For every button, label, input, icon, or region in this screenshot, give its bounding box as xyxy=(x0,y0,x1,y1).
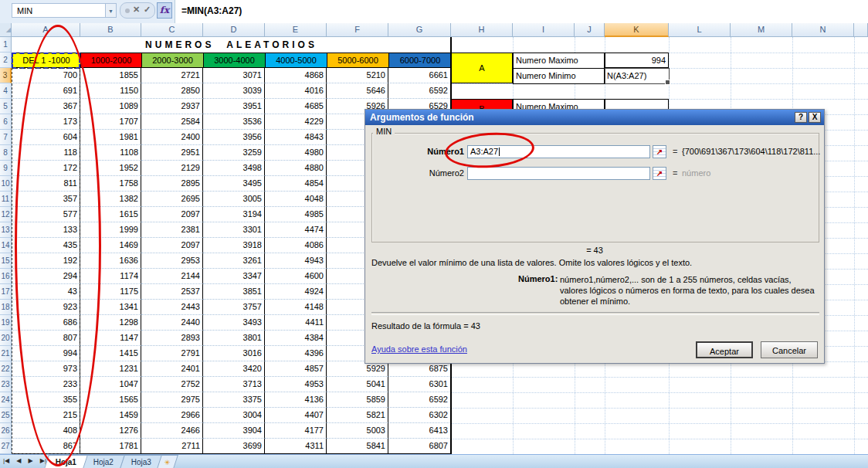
row-header-15[interactable]: 15 xyxy=(0,253,12,269)
col-header-N[interactable]: N xyxy=(792,23,854,37)
cell-C10[interactable]: 2895 xyxy=(141,176,203,192)
cell-E8[interactable]: 4980 xyxy=(265,145,327,161)
cell-E22[interactable]: 4857 xyxy=(265,361,327,377)
cell-B3[interactable]: 1855 xyxy=(80,68,141,83)
row-header-2[interactable]: 2 xyxy=(0,53,12,68)
cell-C18[interactable]: 2443 xyxy=(141,300,203,315)
cell-C21[interactable]: 2791 xyxy=(141,346,203,361)
cancel-button[interactable]: Cancelar xyxy=(761,341,818,358)
cell-E17[interactable]: 4924 xyxy=(265,284,327,300)
cell-h2-group-a[interactable]: A xyxy=(451,53,513,83)
range-header-G2[interactable]: 6000-7000 xyxy=(388,53,452,68)
cell-E20[interactable]: 4384 xyxy=(265,331,327,346)
name-box-dropdown-icon[interactable]: ▼ xyxy=(106,3,117,18)
row-header-21[interactable]: 21 xyxy=(0,346,12,361)
cell-C3[interactable]: 2721 xyxy=(141,68,203,83)
accept-button[interactable]: Aceptar xyxy=(696,341,753,358)
cell-E9[interactable]: 4880 xyxy=(265,161,327,176)
row-header-25[interactable]: 25 xyxy=(0,408,12,423)
cell-E13[interactable]: 4474 xyxy=(265,222,327,238)
cell-C22[interactable]: 2401 xyxy=(141,361,203,377)
cell-C16[interactable]: 2144 xyxy=(141,269,203,284)
cell-D27[interactable]: 3699 xyxy=(203,439,265,454)
cell-G25[interactable]: 6302 xyxy=(388,408,451,423)
cell-D13[interactable]: 3301 xyxy=(203,222,265,238)
cell-C20[interactable]: 2893 xyxy=(141,331,203,346)
cell-C17[interactable]: 2537 xyxy=(141,284,203,300)
cell-F23[interactable]: 5041 xyxy=(327,377,388,392)
cell-E7[interactable]: 4843 xyxy=(265,130,327,145)
cell-D3[interactable]: 3071 xyxy=(203,68,265,83)
cell-E27[interactable]: 4311 xyxy=(265,439,327,454)
cell-C8[interactable]: 2951 xyxy=(141,145,203,161)
col-header-F[interactable]: F xyxy=(327,23,388,37)
cell-B26[interactable]: 1276 xyxy=(80,423,141,439)
range-header-D2[interactable]: 3000-4000 xyxy=(203,53,266,68)
dialog-titlebar[interactable]: Argumentos de función xyxy=(365,110,824,125)
row-header-27[interactable]: 27 xyxy=(0,439,12,454)
row-header-13[interactable]: 13 xyxy=(0,222,12,238)
cell-G26[interactable]: 6413 xyxy=(388,423,451,439)
row-header-9[interactable]: 9 xyxy=(0,161,12,176)
enter-icon[interactable]: ✓ xyxy=(144,5,151,15)
tab-hoja3[interactable]: Hoja3 xyxy=(120,455,163,468)
row-header-4[interactable]: 4 xyxy=(0,83,12,99)
cell-B27[interactable]: 1781 xyxy=(80,439,141,454)
cell-C19[interactable]: 2440 xyxy=(141,315,203,331)
cell-E19[interactable]: 4411 xyxy=(265,315,327,331)
cell-D17[interactable]: 3851 xyxy=(203,284,265,300)
cell-G24[interactable]: 6592 xyxy=(388,392,451,408)
cell-G3[interactable]: 6661 xyxy=(388,68,451,83)
cell-C7[interactable]: 2400 xyxy=(141,130,203,145)
col-header-partial[interactable] xyxy=(854,23,868,37)
cell-E23[interactable]: 4953 xyxy=(265,377,327,392)
col-header-D[interactable]: D xyxy=(203,23,265,37)
col-header-B[interactable]: B xyxy=(80,23,141,37)
cell-D7[interactable]: 3956 xyxy=(203,130,265,145)
cell-D12[interactable]: 3194 xyxy=(203,207,265,222)
cell-F3[interactable]: 5210 xyxy=(327,68,388,83)
numero2-input[interactable] xyxy=(467,167,650,180)
tab-hoja2[interactable]: Hoja2 xyxy=(82,455,125,468)
cell-F26[interactable]: 5003 xyxy=(327,423,388,439)
dialog-help-icon[interactable]: ? xyxy=(795,112,807,123)
cell-E24[interactable]: 4136 xyxy=(265,392,327,408)
col-header-C[interactable]: C xyxy=(141,23,203,37)
cell-C25[interactable]: 2966 xyxy=(141,408,203,423)
cell-G4[interactable]: 6592 xyxy=(388,83,451,99)
cell-G22[interactable]: 6875 xyxy=(388,361,451,377)
cell-B25[interactable]: 1459 xyxy=(80,408,141,423)
cell-D8[interactable]: 3259 xyxy=(203,145,265,161)
cell-D19[interactable]: 3493 xyxy=(203,315,265,331)
range-picker-icon[interactable]: ↗ xyxy=(653,167,666,180)
cell-D26[interactable]: 3904 xyxy=(203,423,265,439)
row-header-12[interactable]: 12 xyxy=(0,207,12,222)
cell-i2-numero-maximo[interactable]: Numero Maximo xyxy=(513,53,605,69)
name-box[interactable]: MIN xyxy=(12,3,106,18)
cell-C14[interactable]: 2097 xyxy=(141,238,203,253)
insert-function-icon[interactable]: fx xyxy=(157,2,172,19)
cell-G27[interactable]: 6807 xyxy=(388,439,451,454)
cell-D20[interactable]: 3801 xyxy=(203,331,265,346)
range-header-C2[interactable]: 2000-3000 xyxy=(141,53,204,68)
range-header-E2[interactable]: 4000-5000 xyxy=(265,53,327,68)
cell-i3-numero-minimo[interactable]: Numero Minimo xyxy=(513,68,605,84)
cell-D16[interactable]: 3347 xyxy=(203,269,265,284)
formula-input[interactable]: =MIN(A3:A27) xyxy=(175,0,868,23)
cell-C26[interactable]: 2466 xyxy=(141,423,203,439)
cell-D25[interactable]: 3004 xyxy=(203,408,265,423)
cell-D21[interactable]: 3016 xyxy=(203,346,265,361)
cell-D18[interactable]: 3757 xyxy=(203,300,265,315)
cell-C15[interactable]: 2953 xyxy=(141,253,203,269)
help-link[interactable]: Ayuda sobre esta función xyxy=(371,344,467,354)
cell-k3-editing[interactable]: N(A3:A27) xyxy=(605,68,670,84)
cell-F4[interactable]: 5646 xyxy=(327,83,388,99)
cell-D11[interactable]: 3005 xyxy=(203,192,265,207)
row-header-19[interactable]: 19 xyxy=(0,315,12,331)
cell-E25[interactable]: 4407 xyxy=(265,408,327,423)
nav-prev-icon[interactable]: ◀ xyxy=(16,457,21,464)
cell-F25[interactable]: 5821 xyxy=(327,408,388,423)
cell-C12[interactable]: 2097 xyxy=(141,207,203,222)
cell-D23[interactable]: 3713 xyxy=(203,377,265,392)
cell-D24[interactable]: 3375 xyxy=(203,392,265,408)
